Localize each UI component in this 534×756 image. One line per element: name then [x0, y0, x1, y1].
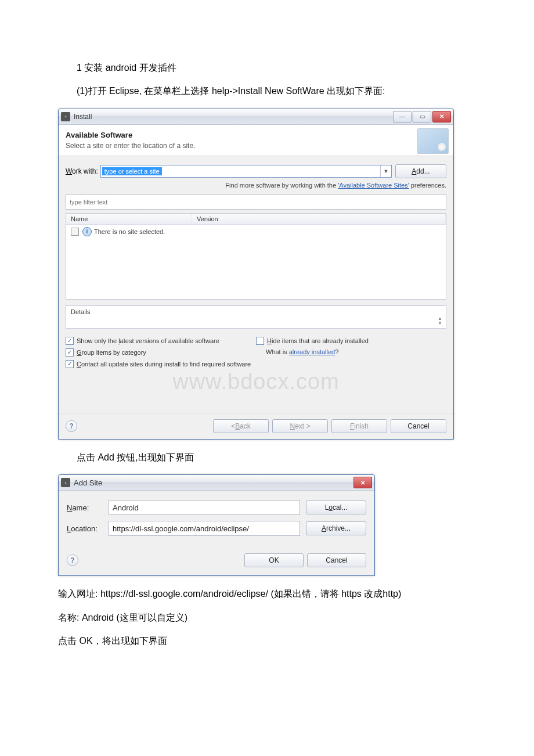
enter-name-text: 名称: Android (这里可以自定义): [58, 611, 476, 624]
location-label: Location:: [67, 524, 109, 533]
close-button[interactable]: ✕: [353, 477, 372, 488]
banner: Available Software Select a site or ente…: [59, 125, 453, 156]
help-icon[interactable]: ?: [66, 420, 77, 432]
add-button[interactable]: Add...: [395, 164, 446, 178]
banner-desc: Select a site or enter the location of a…: [66, 142, 446, 150]
click-add-text: 点击 Add 按钮,出现如下界面: [58, 451, 476, 464]
col-name[interactable]: Name: [66, 214, 192, 224]
available-sites-link[interactable]: 'Available Software Sites': [338, 182, 409, 189]
chevron-down-icon[interactable]: ▼: [380, 165, 391, 177]
local-button[interactable]: Local...: [306, 501, 366, 514]
app-icon: ◦: [61, 112, 70, 121]
archive-button[interactable]: Archive...: [306, 521, 366, 535]
name-label: Name:: [67, 503, 109, 512]
cancel-button[interactable]: Cancel: [307, 553, 366, 567]
next-button[interactable]: Next >: [272, 419, 328, 433]
enter-url-text: 输入网址: https://dl-ssl.google.com/android/…: [58, 588, 476, 600]
details-label: Details: [66, 306, 446, 315]
already-installed-link[interactable]: already installed: [289, 348, 335, 355]
opt-latest-versions[interactable]: ✓ Show only the latest versions of avail…: [66, 337, 256, 345]
app-icon: ◦: [61, 478, 70, 487]
cancel-button[interactable]: Cancel: [391, 419, 446, 433]
step-title: 1 安装 android 开发插件: [58, 62, 476, 74]
titlebar: ◦ Install — ▭ ✕: [59, 109, 453, 125]
details-spinner-icon[interactable]: ▲▼: [436, 316, 443, 326]
banner-title: Available Software: [66, 131, 446, 139]
no-site-text: There is no site selected.: [94, 228, 165, 235]
row-checkbox[interactable]: [71, 228, 79, 236]
work-with-combo[interactable]: type or select a site ▼: [100, 165, 392, 178]
name-input[interactable]: Android: [109, 500, 300, 515]
step-desc: (1)打开 Eclipse, 在菜单栏上选择 help->Install New…: [58, 85, 476, 98]
window-title: Add Site: [74, 478, 102, 487]
table-row: i There is no site selected.: [71, 227, 441, 236]
what-is-installed: What is already installed?: [256, 348, 446, 355]
window-title: Install: [74, 113, 92, 121]
add-site-window: ◦ Add Site ✕ Name: Android Local... Loca…: [58, 474, 375, 576]
help-icon[interactable]: ?: [67, 555, 78, 566]
opt-contact-sites[interactable]: ✓ Contact all update sites during instal…: [66, 360, 256, 368]
wizard-footer: ? < Back Next > Finish Cancel: [59, 413, 453, 439]
checkbox-checked-icon[interactable]: ✓: [66, 337, 74, 345]
filter-input[interactable]: type filter text: [66, 195, 446, 210]
ok-button[interactable]: OK: [244, 553, 304, 567]
close-button[interactable]: ✕: [432, 111, 451, 123]
checkbox-unchecked-icon[interactable]: ✓: [256, 337, 264, 345]
minimize-button[interactable]: —: [393, 111, 412, 123]
checkbox-checked-icon[interactable]: ✓: [66, 348, 74, 357]
install-window: ◦ Install — ▭ ✕ Available Software Selec…: [58, 109, 454, 440]
watermark-text: www.bdocx.com: [66, 369, 446, 394]
maximize-button[interactable]: ▭: [413, 111, 431, 123]
titlebar: ◦ Add Site ✕: [59, 475, 374, 491]
col-version[interactable]: Version: [192, 214, 446, 224]
banner-image-icon: [417, 128, 449, 154]
info-icon: i: [82, 227, 92, 236]
software-table: Name Version i There is no site selected…: [66, 213, 446, 300]
location-input[interactable]: https://dl-ssl.google.com/android/eclips…: [109, 521, 300, 536]
opt-hide-installed[interactable]: ✓ Hide items that are already installed: [256, 337, 446, 345]
finish-button[interactable]: Finish: [331, 419, 387, 433]
details-panel: Details ▲▼: [66, 305, 446, 329]
back-button[interactable]: < Back: [213, 419, 269, 433]
hint-text: Find more software by working with the '…: [66, 182, 446, 189]
work-with-value: type or select a site: [102, 167, 162, 175]
click-ok-text: 点击 OK，将出现如下界面: [58, 635, 476, 647]
work-with-label: Work with:: [66, 167, 98, 175]
checkbox-checked-icon[interactable]: ✓: [66, 360, 74, 368]
opt-group-category[interactable]: ✓ Group items by category: [66, 348, 256, 357]
